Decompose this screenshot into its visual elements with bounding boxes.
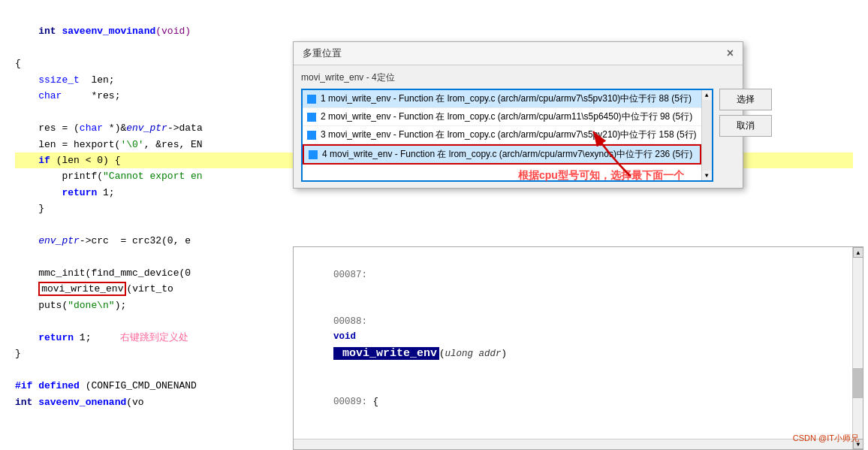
scroll-up-arrow[interactable]: ▲ (702, 90, 712, 100)
bottom-scrollbar[interactable]: ▲ ▼ (852, 247, 863, 449)
watermark: CSDN @IT小师兄 (793, 433, 859, 444)
list-item-1[interactable]: 1 movi_write_env - Function 在 lrom_copy.… (303, 90, 701, 108)
movi-write-env-highlight: movi_write_env (333, 347, 439, 360)
scrollbar-up-btn[interactable]: ▲ (853, 247, 863, 258)
item-icon-3 (307, 131, 316, 140)
list-scrollbar[interactable]: ▲ ▼ (701, 90, 712, 180)
list-item-2-text: 2 movi_write_env - Function 在 lrom_copy.… (321, 110, 692, 123)
bp-line-87: 00087: (300, 252, 857, 298)
list-item-1-text: 1 movi_write_env - Function 在 lrom_copy.… (321, 92, 692, 105)
annotation-area: 根据cpu型号可知，选择最下面一个 (541, 146, 684, 183)
cancel-button[interactable]: 取消 (719, 115, 772, 137)
horizontal-scrollbar[interactable] (294, 439, 852, 449)
dialog-subtitle: movi_write_env - 4定位 (301, 71, 735, 84)
item-icon-2 (307, 113, 316, 122)
bottom-panel: 00087: 00088: void movi_write_env(ulong … (293, 246, 863, 450)
scroll-down-arrow[interactable]: ▼ (702, 171, 712, 180)
dialog-close-button[interactable]: × (727, 47, 734, 60)
item-icon-4 (309, 150, 318, 159)
item-icon-1 (307, 95, 316, 104)
annotation-arrow (586, 124, 661, 184)
bp-line-88: 00088: void movi_write_env(ulong addr) (300, 298, 857, 379)
code-line-11: } (15, 201, 853, 216)
dialog-buttons: 选择 取消 (719, 89, 772, 137)
dialog-title: 多重位置 (303, 47, 342, 60)
dialog-titlebar: 多重位置 × (294, 42, 743, 65)
bp-line-89: 00089: { (300, 379, 857, 425)
scrollbar-thumb[interactable] (852, 368, 863, 398)
code-line-12 (15, 217, 853, 233)
scroll-track (702, 100, 712, 171)
bottom-panel-inner: 00087: 00088: void movi_write_env(ulong … (294, 247, 863, 449)
select-button[interactable]: 选择 (719, 89, 772, 110)
